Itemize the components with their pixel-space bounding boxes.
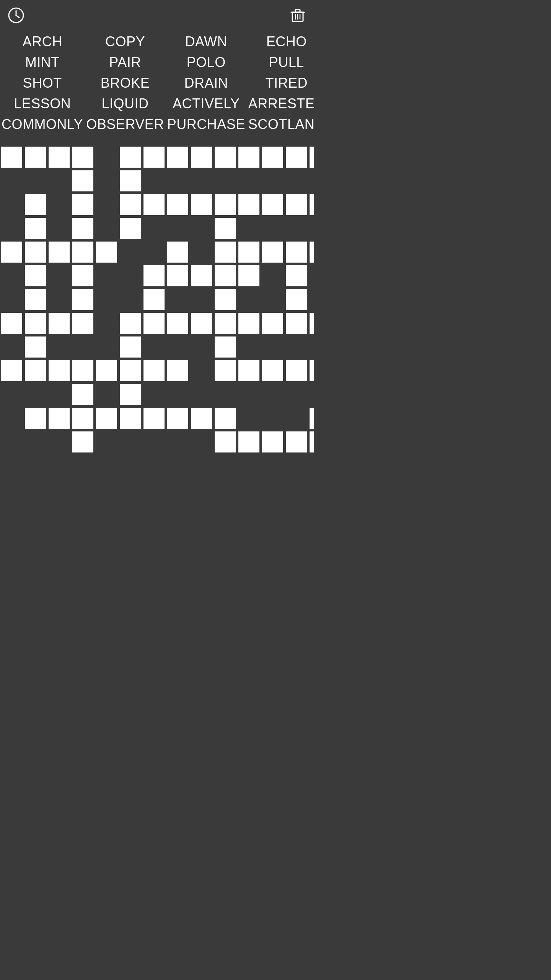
crossword-cell[interactable] <box>309 407 314 429</box>
crossword-cell[interactable] <box>167 312 189 334</box>
crossword-cell[interactable] <box>191 146 212 168</box>
crossword-cell[interactable] <box>309 360 314 382</box>
word-mint[interactable]: MINT <box>0 52 85 73</box>
crossword-cell[interactable] <box>143 194 165 216</box>
crossword-cell[interactable] <box>1 241 23 263</box>
crossword-cell[interactable] <box>24 241 46 263</box>
crossword-cell[interactable] <box>119 217 141 239</box>
crossword-cell[interactable] <box>48 312 70 334</box>
crossword-cell[interactable] <box>238 265 260 287</box>
word-tired[interactable]: TIRED <box>247 73 314 93</box>
crossword-cell[interactable] <box>72 241 94 263</box>
word-echo[interactable]: ECHO <box>247 31 314 52</box>
crossword-cell[interactable] <box>238 146 260 168</box>
crossword-cell[interactable] <box>1 360 23 382</box>
crossword-cell[interactable] <box>167 241 189 263</box>
crossword-cell[interactable] <box>191 194 212 216</box>
crossword-cell[interactable] <box>72 407 94 429</box>
crossword-cell[interactable] <box>24 194 46 216</box>
word-shot[interactable]: SHOT <box>0 73 85 93</box>
crossword-cell[interactable] <box>238 241 260 263</box>
crossword-cell[interactable] <box>285 312 307 334</box>
word-pair[interactable]: PAIR <box>85 52 165 73</box>
crossword-cell[interactable] <box>72 265 94 287</box>
word-broke[interactable]: BROKE <box>85 73 165 93</box>
crossword-cell[interactable] <box>285 431 307 453</box>
crossword-cell[interactable] <box>72 431 94 453</box>
crossword-cell[interactable] <box>285 360 307 382</box>
crossword-cell[interactable] <box>119 170 141 192</box>
crossword-cell[interactable] <box>262 241 284 263</box>
word-commonly[interactable]: COMMONLY <box>0 114 85 135</box>
crossword-cell[interactable] <box>167 146 189 168</box>
crossword-cell[interactable] <box>167 407 189 429</box>
crossword-cell[interactable] <box>96 360 117 382</box>
crossword-cell[interactable] <box>285 265 307 287</box>
word-purchase[interactable]: PURCHASE <box>166 114 247 135</box>
crossword-cell[interactable] <box>1 312 23 334</box>
crossword-cell[interactable] <box>24 336 46 358</box>
crossword-cell[interactable] <box>214 336 236 358</box>
crossword-cell[interactable] <box>214 194 236 216</box>
crossword-cell[interactable] <box>214 217 236 239</box>
word-scotland[interactable]: SCOTLAND <box>247 114 314 135</box>
crossword-cell[interactable] <box>262 146 284 168</box>
crossword-cell[interactable] <box>143 265 165 287</box>
crossword-cell[interactable] <box>309 431 314 453</box>
word-polo[interactable]: POLO <box>166 52 247 73</box>
crossword-cell[interactable] <box>143 312 165 334</box>
crossword-cell[interactable] <box>24 360 46 382</box>
crossword-cell[interactable] <box>72 146 94 168</box>
crossword-cell[interactable] <box>285 241 307 263</box>
crossword-cell[interactable] <box>143 146 165 168</box>
crossword-cell[interactable] <box>167 265 189 287</box>
word-observer[interactable]: OBSERVER <box>85 114 165 135</box>
crossword-cell[interactable] <box>96 241 117 263</box>
crossword-cell[interactable] <box>72 289 94 310</box>
crossword-cell[interactable] <box>48 360 70 382</box>
crossword-cell[interactable] <box>119 336 141 358</box>
crossword-cell[interactable] <box>1 146 23 168</box>
crossword-cell[interactable] <box>48 241 70 263</box>
crossword-cell[interactable] <box>119 194 141 216</box>
word-actively[interactable]: ACTIVELY <box>166 93 247 114</box>
crossword-cell[interactable] <box>24 217 46 239</box>
crossword-cell[interactable] <box>119 146 141 168</box>
crossword-cell[interactable] <box>214 407 236 429</box>
crossword-cell[interactable] <box>48 407 70 429</box>
crossword-cell[interactable] <box>72 384 94 405</box>
crossword-cell[interactable] <box>309 194 314 216</box>
crossword-cell[interactable] <box>214 146 236 168</box>
crossword-cell[interactable] <box>238 360 260 382</box>
crossword-cell[interactable] <box>262 194 284 216</box>
crossword-cell[interactable] <box>72 170 94 192</box>
crossword-cell[interactable] <box>285 289 307 310</box>
word-dawn[interactable]: DAWN <box>166 31 247 52</box>
crossword-cell[interactable] <box>214 241 236 263</box>
word-liquid[interactable]: LIQUID <box>85 93 165 114</box>
crossword-cell[interactable] <box>309 146 314 168</box>
crossword-cell[interactable] <box>309 241 314 263</box>
crossword-cell[interactable] <box>24 146 46 168</box>
crossword-cell[interactable] <box>167 360 189 382</box>
crossword-cell[interactable] <box>24 289 46 310</box>
crossword-cell[interactable] <box>24 265 46 287</box>
crossword-cell[interactable] <box>285 194 307 216</box>
trash-icon[interactable] <box>289 7 306 24</box>
word-lesson[interactable]: LESSON <box>0 93 85 114</box>
word-pull[interactable]: PULL <box>247 52 314 73</box>
crossword-cell[interactable] <box>191 407 212 429</box>
crossword-cell[interactable] <box>119 312 141 334</box>
crossword-cell[interactable] <box>143 289 165 310</box>
crossword-cell[interactable] <box>238 194 260 216</box>
crossword-cell[interactable] <box>309 312 314 334</box>
word-copy[interactable]: COPY <box>85 31 165 52</box>
crossword-cell[interactable] <box>143 407 165 429</box>
crossword-cell[interactable] <box>72 312 94 334</box>
crossword-cell[interactable] <box>214 289 236 310</box>
crossword-cell[interactable] <box>238 431 260 453</box>
crossword-cell[interactable] <box>72 194 94 216</box>
crossword-cell[interactable] <box>143 360 165 382</box>
crossword-cell[interactable] <box>119 360 141 382</box>
crossword-cell[interactable] <box>48 146 70 168</box>
